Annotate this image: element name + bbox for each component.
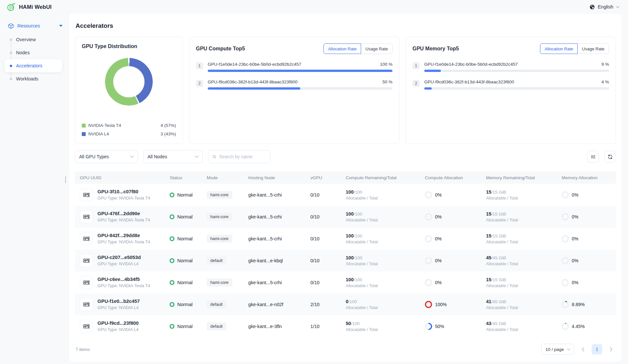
gpu-type-select-value: All GPU Types — [79, 154, 109, 159]
col-status: Status — [170, 175, 207, 180]
prev-page-button[interactable] — [579, 344, 587, 355]
language-selector[interactable]: English — [589, 4, 619, 10]
gpu-type: GPU Type: NVIDIA L4 — [97, 305, 140, 310]
globe-icon — [589, 4, 595, 10]
status-ok-icon — [170, 280, 174, 285]
allocatable-total-label: Allocatable / Total — [486, 240, 562, 244]
usage-rate-tab[interactable]: Usage Rate — [577, 43, 609, 54]
memory-allocation-value: 0% — [572, 236, 578, 241]
col-vgpu: vGPU — [310, 175, 346, 180]
allocatable-total-label: Allocatable / Total — [486, 262, 562, 266]
table-row[interactable]: GPU-476f...2dd90e GPU Type: NVIDIA-Tesla… — [75, 206, 616, 228]
items-count: 7 items — [76, 347, 90, 352]
hosting-node: gke-kant...5-crhi — [248, 214, 310, 219]
compute-total: /100 — [354, 255, 362, 260]
compute-remaining: 100 — [346, 255, 354, 260]
gpu-uuid: GPU-f1e0...b2c457 — [97, 299, 140, 304]
column-settings-button[interactable] — [587, 151, 599, 163]
memory-remaining: 15 — [486, 277, 491, 282]
status-label: Normal — [177, 236, 193, 241]
memory-total: /15 GiB — [491, 212, 506, 217]
sidebar-section-resources[interactable]: Resources — [0, 19, 69, 32]
table-row[interactable]: GPU-c207...e5053d GPU Type: NVIDIA L4 No… — [75, 250, 616, 271]
search-input[interactable] — [219, 154, 266, 159]
status-ok-icon — [170, 258, 174, 263]
status-label: Normal — [177, 280, 193, 285]
compute-allocation-ring — [425, 257, 432, 264]
legend-swatch — [82, 124, 86, 128]
page-size-value: 10 / page — [546, 347, 564, 352]
compute-remaining: 50 — [346, 321, 351, 326]
chevron-down-icon[interactable] — [59, 25, 62, 27]
memory-allocation-ring — [562, 191, 569, 199]
table-row[interactable]: GPU-3f10...c07f80 GPU Type: NVIDIA-Tesla… — [75, 184, 616, 206]
top5-list: 1 GPU-f1e0de14-23bc-b0be-5b0d-ecbd92b2c4… — [196, 62, 392, 90]
sidebar-item-overview[interactable]: Overview — [0, 33, 69, 46]
refresh-icon — [607, 154, 613, 160]
allocation-rate-tab[interactable]: Allocation Rate — [323, 43, 361, 54]
compute-total: /100 — [354, 234, 362, 238]
gpu-name: GPU-f1e0de14-23bc-b0be-5b0d-ecbd92b2c457 — [424, 62, 518, 67]
compute-total: /100 — [351, 321, 359, 326]
main-panel: Accelerators GPU Type Distribution NVIDI… — [69, 14, 622, 362]
sidebar-resize-handle[interactable] — [65, 176, 66, 183]
table-row[interactable]: GPU-f9cd...23f800 GPU Type: NVIDIA L4 No… — [75, 315, 616, 337]
next-page-button[interactable] — [607, 344, 615, 355]
mode-badge: hami-core — [207, 213, 232, 221]
usage-rate-tab[interactable]: Usage Rate — [361, 43, 392, 54]
memory-total: /45 GiB — [491, 321, 506, 326]
rate-value: 100 % — [380, 62, 392, 67]
allocation-rate-tab[interactable]: Allocation Rate — [540, 43, 578, 54]
compute-allocation-value: 100% — [435, 302, 447, 307]
gpu-uuid: GPU-f9cd...23f800 — [97, 321, 139, 326]
chevron-right-icon — [610, 347, 613, 352]
memory-remaining: 15 — [486, 189, 491, 195]
rate-toggle: Allocation Rate Usage Rate — [323, 43, 392, 54]
compute-remaining: 100 — [346, 233, 354, 238]
table-header: GPU UUID Status Mode Hosting Node vGPU C… — [75, 171, 616, 184]
refresh-button[interactable] — [604, 151, 616, 163]
memory-allocation-ring — [562, 279, 569, 286]
gpu-card-icon — [80, 232, 93, 245]
allocatable-total-label: Allocatable / Total — [346, 262, 425, 266]
legend-item: NVIDIA-Tesla T4 4 (57%) — [82, 123, 176, 128]
memory-allocation-value: 0% — [572, 258, 578, 263]
compute-allocation-ring — [425, 191, 432, 199]
node-select[interactable]: All Nodes — [143, 150, 203, 163]
search-box — [208, 150, 270, 163]
node-select-value: All Nodes — [148, 154, 167, 159]
sidebar-item-workloads[interactable]: Workloads — [0, 72, 69, 85]
status-ok-icon — [170, 193, 174, 197]
status-ok-icon — [170, 215, 174, 219]
column-settings-icon — [590, 154, 596, 160]
rank-badge: 1 — [196, 62, 203, 69]
table-row[interactable]: GPU-842f...29dd8e GPU Type: NVIDIA-Tesla… — [75, 228, 616, 250]
compute-allocation-value: 0% — [435, 214, 442, 219]
sidebar-item-label: Accelerators — [16, 63, 43, 68]
mode-badge: default — [207, 257, 226, 265]
memory-total: /15 GiB — [491, 190, 506, 195]
table-row[interactable]: GPU-f1e0...b2c457 GPU Type: NVIDIA L4 No… — [75, 293, 616, 315]
page-size-select[interactable]: 10 / page — [541, 344, 574, 355]
gpu-card-icon — [80, 276, 93, 289]
compute-total: /100 — [354, 277, 362, 282]
table-row[interactable]: GPU-c6ee...4b34f5 GPU Type: NVIDIA-Tesla… — [75, 271, 616, 293]
sidebar-item-accelerators[interactable]: Accelerators — [4, 59, 62, 72]
compute-allocation-value: 50% — [435, 324, 444, 329]
compute-total: /100 — [354, 190, 362, 195]
page-number-1[interactable]: 1 — [592, 344, 602, 355]
gpu-type-select[interactable]: All GPU Types — [75, 150, 138, 163]
gpu-card-icon — [80, 188, 93, 201]
top5-item: 1 GPU-f1e0de14-23bc-b0be-5b0d-ecbd92b2c4… — [196, 62, 392, 72]
progress-bar — [208, 70, 392, 72]
sidebar-item-nodes[interactable]: Nodes — [0, 46, 69, 59]
compute-allocation-value: 0% — [435, 192, 442, 198]
legend-value: 3 (43%) — [161, 131, 176, 136]
gpu-type-distribution-card: GPU Type Distribution NVIDIA-Tesla T4 4 … — [75, 37, 183, 144]
col-compute-remaining: Compute Remaining/Total — [346, 175, 425, 180]
mode-badge: default — [207, 322, 226, 330]
allocatable-total-label: Allocatable / Total — [346, 240, 425, 244]
page-title: Accelerators — [76, 22, 616, 29]
gpu-card-icon — [80, 210, 93, 223]
rate-value: 50 % — [382, 79, 392, 84]
